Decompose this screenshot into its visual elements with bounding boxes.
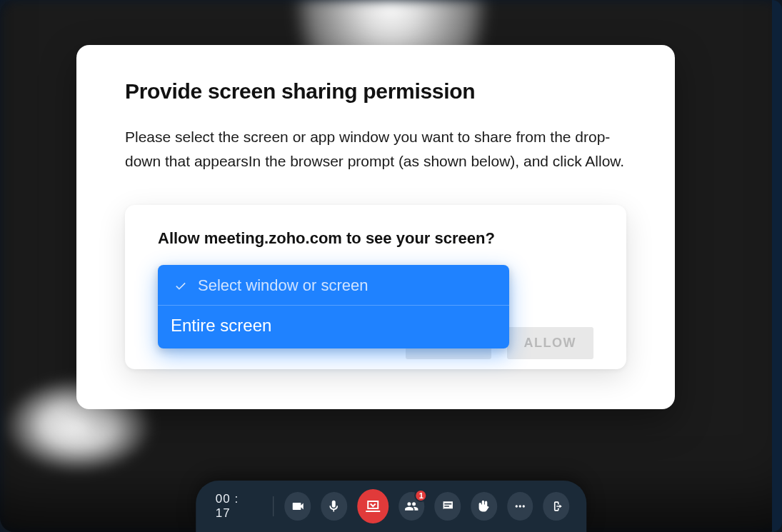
mic-toggle-button[interactable] bbox=[321, 492, 347, 521]
toolbar-divider bbox=[273, 496, 274, 516]
permission-modal: Provide screen sharing permission Please… bbox=[76, 45, 675, 409]
share-screen-icon bbox=[364, 498, 381, 515]
browser-prompt-card: Allow meeting.zoho.com to see your scree… bbox=[125, 205, 626, 369]
allow-button[interactable]: Allow bbox=[507, 327, 593, 359]
svg-point-2 bbox=[523, 505, 525, 507]
svg-point-1 bbox=[519, 505, 521, 507]
video-toggle-button[interactable] bbox=[285, 492, 311, 521]
more-icon bbox=[513, 499, 527, 513]
chat-button[interactable] bbox=[435, 492, 461, 521]
participants-button[interactable]: 1 bbox=[398, 492, 425, 521]
svg-point-0 bbox=[516, 505, 518, 507]
participants-badge: 1 bbox=[415, 489, 428, 502]
modal-title: Provide screen sharing permission bbox=[125, 79, 626, 104]
chat-icon bbox=[441, 499, 455, 513]
meeting-toolbar: 00 : 17 1 bbox=[196, 481, 587, 532]
share-screen-button[interactable] bbox=[357, 489, 389, 523]
dropdown-placeholder: Select window or screen bbox=[198, 276, 368, 295]
reactions-button[interactable] bbox=[471, 492, 497, 521]
prompt-title: Allow meeting.zoho.com to see your scree… bbox=[158, 229, 593, 248]
dropdown-option-entire-screen[interactable]: Entire screen bbox=[158, 306, 509, 348]
side-panel-strip bbox=[772, 0, 782, 532]
dropdown-header: Select window or screen bbox=[158, 265, 509, 306]
share-target-dropdown[interactable]: Select window or screen Entire screen bbox=[158, 265, 509, 348]
meeting-timer: 00 : 17 bbox=[213, 492, 261, 521]
video-icon bbox=[291, 499, 305, 513]
mic-icon bbox=[327, 499, 341, 513]
participants-icon bbox=[404, 499, 418, 513]
modal-description: Please select the screen or app window y… bbox=[125, 125, 626, 174]
more-button[interactable] bbox=[507, 492, 533, 521]
leave-button[interactable] bbox=[543, 492, 570, 521]
leave-icon bbox=[549, 499, 563, 513]
reactions-icon bbox=[477, 499, 491, 513]
check-icon bbox=[174, 278, 188, 293]
